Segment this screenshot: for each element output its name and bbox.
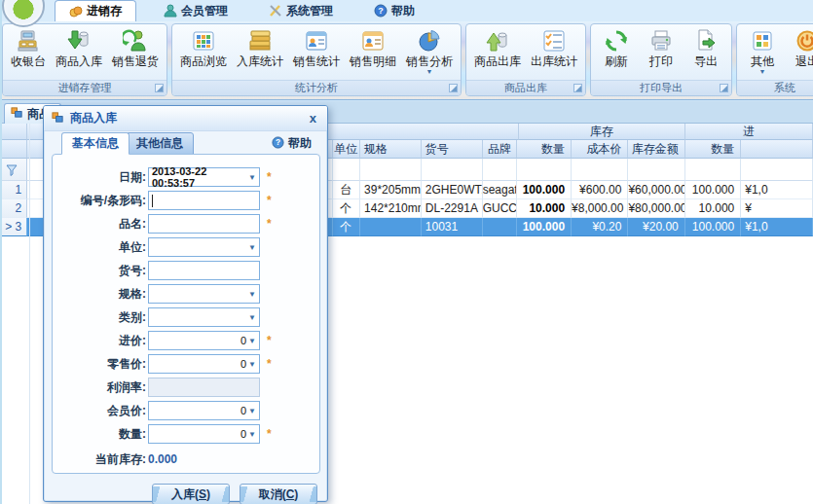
stock-in-confirm-button[interactable]: 入库(S) [152,484,230,504]
other-button[interactable]: 其他 ▼ [740,25,785,80]
chevron-down-icon[interactable]: ▼ [248,337,256,345]
dialog-title-bar[interactable]: 商品入库 x [44,106,327,131]
tab-system-management[interactable]: 系统管理 [255,0,347,21]
cashier-button[interactable]: 收银台 [6,25,51,80]
col-header-cost[interactable]: 成本价 [572,140,628,159]
row-number: 1 [2,181,27,199]
tab-member-management[interactable]: 会员管理 [150,0,241,21]
chevron-down-icon[interactable]: ▼ [248,360,256,369]
profit-rate-label: 利润率: [53,379,146,396]
col-header-qty[interactable]: 数量 [517,140,572,159]
help-link[interactable]: ? 帮助 [272,135,312,152]
required-asterisk: * [267,170,272,184]
exit-button[interactable]: 退出 [785,25,813,80]
spec-select[interactable]: ▼ [148,284,260,304]
current-stock-label: 当前库存: [53,451,146,468]
unit-label: 单位: [53,239,146,256]
ribbon-group-inventory-mgmt: 收银台 商品入库 销售退货 进销存管理 [2,23,167,96]
required-asterisk: * [267,334,272,347]
help-icon: ? [272,136,284,152]
chevron-down-icon[interactable]: ▼ [248,243,256,252]
chevron-down-icon[interactable]: ▼ [248,313,256,322]
retail-price-input[interactable]: 0▼ [148,354,260,374]
col-header-spec[interactable]: 规格 [360,140,422,159]
refresh-button[interactable]: 刷新 [594,25,639,80]
date-label: 日期: [53,169,146,186]
col-header-unit[interactable]: 单位 [333,140,361,159]
row-number: 2 [2,199,27,218]
stock-in-icon [66,28,92,54]
product-name-input[interactable] [148,214,260,234]
browse-grid-icon [191,28,216,54]
item-code-label: 货号: [53,263,146,279]
quantity-input[interactable]: 0▼ [148,424,260,444]
sales-detail-button[interactable]: 销售明细 [345,25,401,80]
sales-analysis-button[interactable]: 销售分析 ▼ [401,25,458,80]
required-asterisk: * [267,427,272,441]
refresh-icon [604,28,629,54]
chevron-down-icon[interactable]: ▼ [248,173,256,182]
chevron-down-icon[interactable]: ▼ [759,68,766,75]
group-label: 系统 [774,82,795,93]
tab-help[interactable]: ? 帮助 [360,0,428,21]
basic-info-panel: 日期: 2013-03-22 00:53:57 ▼ * 编号/条形码: * 品名… [52,154,320,474]
col-header-amount[interactable]: 库存金额 [628,140,684,159]
required-asterisk: * [267,357,272,371]
app-window: 进销存 会员管理 系统管理 ? 帮助 [0,0,813,504]
print-button[interactable]: 打印 [639,25,684,80]
export-button[interactable]: 导出 [684,25,728,80]
spec-label: 规格: [53,286,146,303]
sales-return-icon [123,28,148,54]
cash-register-icon [16,28,41,54]
goods-browse-button[interactable]: 商品浏览 [175,25,232,80]
dialog-launcher-icon[interactable] [155,84,164,92]
stock-out-icon [485,28,510,54]
required-asterisk: * [267,194,272,207]
goods-stock-in-button[interactable]: 商品入库 [51,25,107,80]
cancel-button[interactable]: 取消(C) [240,484,317,504]
chevron-down-icon[interactable]: ▼ [248,407,256,415]
dialog-launcher-icon[interactable] [573,84,582,92]
goods-stock-out-button[interactable]: 商品出库 [469,25,526,80]
date-input[interactable]: 2013-03-22 00:53:57 ▼ [148,167,260,187]
unit-select[interactable]: ▼ [148,237,260,257]
svg-text:?: ? [378,6,384,16]
filter-funnel-icon[interactable] [6,162,18,181]
current-row-marker: > [5,220,12,234]
member-price-input[interactable]: 0▼ [148,401,260,420]
col-header-qty2[interactable]: 数量 [685,140,741,159]
col-header-code[interactable]: 货号 [422,140,483,159]
sales-stats-button[interactable]: 销售统计 [288,25,345,80]
tab-label: 系统管理 [286,3,333,19]
barcode-input[interactable] [148,191,260,210]
group-label: 统计分析 [295,82,338,93]
tab-label: 帮助 [391,3,415,19]
stock-in-stats-button[interactable]: 入库统计 [232,25,288,80]
chevron-down-icon[interactable]: ▼ [248,290,256,299]
purchase-price-input[interactable]: 0▼ [148,331,260,350]
export-document-icon [693,28,719,54]
tab-basic-info[interactable]: 基本信息 [61,132,129,155]
group-header-stock[interactable]: 库存 [519,124,686,140]
item-code-input[interactable] [148,261,260,280]
dialog-launcher-icon[interactable] [720,84,728,92]
close-icon[interactable]: x [307,111,319,126]
col-header-brand[interactable]: 品牌 [483,140,518,159]
person-card-icon [304,28,329,54]
sales-return-button[interactable]: 销售退货 [107,25,164,80]
stock-out-stats-button[interactable]: 出库统计 [526,25,582,80]
chevron-down-icon[interactable]: ▼ [248,430,256,439]
window-icon [11,106,23,122]
grid-tiles-icon [750,28,775,54]
tab-other-info[interactable]: 其他信息 [126,132,194,155]
group-label: 商品出库 [504,82,547,93]
dialog-launcher-icon[interactable] [449,84,458,92]
category-select[interactable]: ▼ [148,307,260,327]
window-left-border [0,0,2,504]
tab-label: 进销存 [87,3,122,19]
chevron-down-icon[interactable]: ▼ [426,68,433,75]
tab-purchase-sale-inventory[interactable]: 进销存 [55,0,136,21]
ribbon-tab-bar: 进销存 会员管理 系统管理 ? 帮助 [0,0,813,21]
col-header-extra[interactable] [741,140,813,159]
group-header-purchase[interactable]: 进 [685,124,813,140]
